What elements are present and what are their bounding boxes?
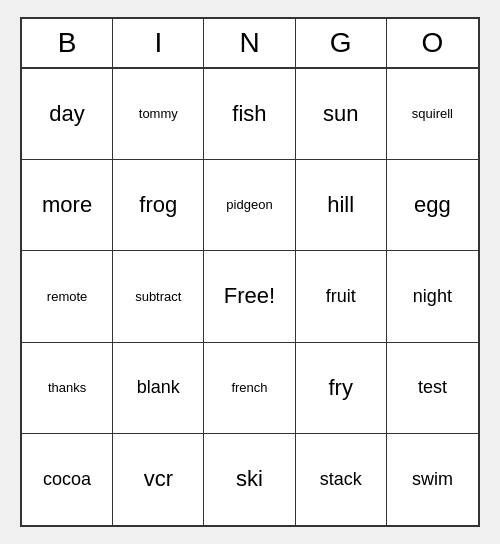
- grid-cell: egg: [387, 160, 478, 251]
- grid-cell: vcr: [113, 434, 204, 525]
- grid-cell: ski: [204, 434, 295, 525]
- grid-cell: more: [22, 160, 113, 251]
- cell-text: tommy: [139, 106, 178, 122]
- grid-cell: Free!: [204, 251, 295, 342]
- cell-text: subtract: [135, 289, 181, 305]
- cell-text: thanks: [48, 380, 86, 396]
- cell-text: Free!: [224, 283, 275, 309]
- cell-text: fry: [328, 375, 352, 401]
- grid-cell: fruit: [296, 251, 387, 342]
- cell-text: ski: [236, 466, 263, 492]
- cell-text: day: [49, 101, 84, 127]
- grid-cell: day: [22, 69, 113, 160]
- grid-cell: tommy: [113, 69, 204, 160]
- grid-cell: squirell: [387, 69, 478, 160]
- cell-text: fruit: [326, 286, 356, 308]
- cell-text: egg: [414, 192, 451, 218]
- grid-cell: hill: [296, 160, 387, 251]
- cell-text: vcr: [144, 466, 173, 492]
- cell-text: squirell: [412, 106, 453, 122]
- cell-text: french: [231, 380, 267, 396]
- header-cell: I: [113, 19, 204, 67]
- cell-text: fish: [232, 101, 266, 127]
- cell-text: sun: [323, 101, 358, 127]
- grid-cell: frog: [113, 160, 204, 251]
- header-cell: O: [387, 19, 478, 67]
- header-cell: B: [22, 19, 113, 67]
- cell-text: night: [413, 286, 452, 308]
- cell-text: frog: [139, 192, 177, 218]
- grid-cell: swim: [387, 434, 478, 525]
- cell-text: blank: [137, 377, 180, 399]
- grid-cell: sun: [296, 69, 387, 160]
- cell-text: swim: [412, 469, 453, 491]
- grid-cell: subtract: [113, 251, 204, 342]
- cell-text: cocoa: [43, 469, 91, 491]
- grid-cell: cocoa: [22, 434, 113, 525]
- grid-cell: fry: [296, 343, 387, 434]
- cell-text: remote: [47, 289, 87, 305]
- grid-cell: blank: [113, 343, 204, 434]
- grid-cell: remote: [22, 251, 113, 342]
- cell-text: pidgeon: [226, 197, 272, 213]
- grid-cell: test: [387, 343, 478, 434]
- grid-cell: stack: [296, 434, 387, 525]
- cell-text: more: [42, 192, 92, 218]
- grid-cell: fish: [204, 69, 295, 160]
- grid-cell: night: [387, 251, 478, 342]
- grid-cell: french: [204, 343, 295, 434]
- grid-cell: pidgeon: [204, 160, 295, 251]
- cell-text: test: [418, 377, 447, 399]
- cell-text: stack: [320, 469, 362, 491]
- bingo-card: BINGO daytommyfishsunsquirellmorefrogpid…: [20, 17, 480, 527]
- cell-text: hill: [327, 192, 354, 218]
- bingo-header: BINGO: [22, 19, 478, 69]
- grid-cell: thanks: [22, 343, 113, 434]
- header-cell: N: [204, 19, 295, 67]
- bingo-grid: daytommyfishsunsquirellmorefrogpidgeonhi…: [22, 69, 478, 525]
- header-cell: G: [296, 19, 387, 67]
